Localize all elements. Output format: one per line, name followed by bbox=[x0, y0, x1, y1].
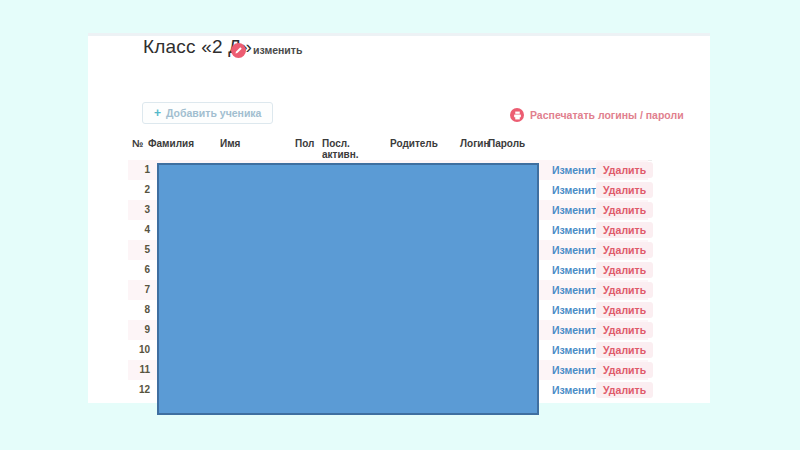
row-number: 8 bbox=[128, 300, 150, 320]
delete-student-link[interactable]: Удалить bbox=[596, 242, 653, 258]
col-header-name: Имя bbox=[220, 138, 240, 149]
col-header-login: Логин bbox=[460, 138, 489, 149]
col-header-gender: Пол bbox=[295, 138, 314, 149]
row-number: 1 bbox=[128, 160, 150, 180]
row-number: 3 bbox=[128, 200, 150, 220]
edit-student-link[interactable]: Изменить bbox=[552, 360, 603, 380]
row-number: 6 bbox=[128, 260, 150, 280]
delete-student-link[interactable]: Удалить bbox=[596, 202, 653, 218]
row-number: 4 bbox=[128, 220, 150, 240]
col-header-password: Пароль bbox=[488, 138, 525, 149]
delete-student-link[interactable]: Удалить bbox=[596, 362, 653, 378]
edit-student-link[interactable]: Изменить bbox=[552, 240, 603, 260]
edit-student-link[interactable]: Изменить bbox=[552, 280, 603, 300]
row-number: 2 bbox=[128, 180, 150, 200]
delete-student-link[interactable]: Удалить bbox=[596, 382, 653, 398]
edit-student-link[interactable]: Изменить bbox=[552, 320, 603, 340]
redacted-data-overlay bbox=[157, 163, 539, 415]
print-logins-label: Распечатать логины / пароли bbox=[530, 109, 684, 121]
edit-class-link[interactable]: изменить bbox=[231, 42, 302, 58]
edit-student-link[interactable]: Изменить bbox=[552, 180, 603, 200]
edit-student-link[interactable]: Изменить bbox=[552, 300, 603, 320]
plus-icon: + bbox=[154, 106, 161, 120]
col-header-parent: Родитель bbox=[390, 138, 438, 149]
row-number: 11 bbox=[128, 360, 150, 380]
page-background: Класс «2 Д» изменить + Добавить ученика … bbox=[0, 0, 800, 450]
delete-student-link[interactable]: Удалить bbox=[596, 222, 653, 238]
delete-student-link[interactable]: Удалить bbox=[596, 342, 653, 358]
row-number: 7 bbox=[128, 280, 150, 300]
edit-student-link[interactable]: Изменить bbox=[552, 260, 603, 280]
pencil-icon bbox=[231, 43, 246, 58]
edit-student-link[interactable]: Изменить bbox=[552, 380, 603, 400]
add-student-label: Добавить ученика bbox=[166, 107, 261, 119]
delete-student-link[interactable]: Удалить bbox=[596, 262, 653, 278]
edit-student-link[interactable]: Изменить bbox=[552, 340, 603, 360]
col-header-surname: Фамилия bbox=[148, 138, 194, 149]
delete-student-link[interactable]: Удалить bbox=[596, 162, 653, 178]
edit-class-label: изменить bbox=[253, 44, 302, 56]
row-number: 12 bbox=[128, 380, 150, 400]
edit-student-link[interactable]: Изменить bbox=[552, 160, 603, 180]
edit-student-link[interactable]: Изменить bbox=[552, 220, 603, 240]
print-logins-link[interactable]: Распечатать логины / пароли bbox=[510, 107, 684, 123]
edit-student-link[interactable]: Изменить bbox=[552, 200, 603, 220]
row-number: 5 bbox=[128, 240, 150, 260]
row-number: 10 bbox=[128, 340, 150, 360]
printer-icon bbox=[510, 108, 524, 122]
delete-student-link[interactable]: Удалить bbox=[596, 282, 653, 298]
row-number: 9 bbox=[128, 320, 150, 340]
delete-student-link[interactable]: Удалить bbox=[596, 302, 653, 318]
delete-student-link[interactable]: Удалить bbox=[596, 322, 653, 338]
col-header-no: № bbox=[132, 138, 143, 149]
add-student-button[interactable]: + Добавить ученика bbox=[142, 102, 273, 124]
delete-student-link[interactable]: Удалить bbox=[596, 182, 653, 198]
